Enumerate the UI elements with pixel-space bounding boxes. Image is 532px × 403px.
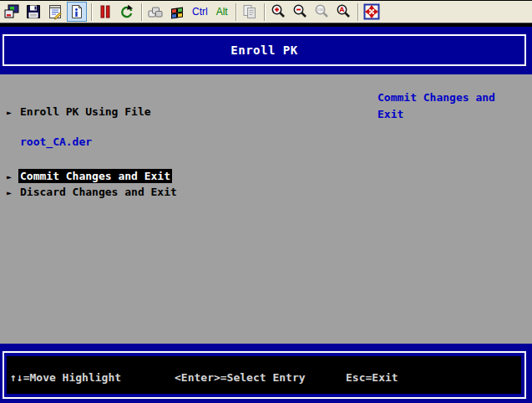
refresh-button[interactable] bbox=[117, 2, 137, 22]
menu-item-commit-changes-and-exit[interactable]: ► Commit Changes and Exit bbox=[0, 169, 367, 183]
options-icon bbox=[47, 3, 63, 20]
menu-item-label: Enroll PK Using File bbox=[20, 105, 151, 119]
item-help-line1: Commit Changes and bbox=[377, 89, 524, 106]
item-help-line2: Exit bbox=[377, 106, 524, 123]
menu-item-label: Discard Changes and Exit bbox=[20, 185, 177, 199]
pause-button[interactable] bbox=[95, 2, 115, 22]
menu-item-enroll-pk-using-file[interactable]: ► Enroll PK Using File bbox=[0, 105, 367, 119]
zoom-auto-icon: A bbox=[335, 3, 352, 20]
alt-toggle-label: Alt bbox=[216, 6, 228, 18]
toolbar-separator bbox=[141, 3, 143, 21]
uefi-header-band: Enroll PK bbox=[0, 27, 532, 74]
zoom-out-icon bbox=[291, 3, 308, 20]
zoom-in-icon bbox=[270, 3, 286, 20]
save-session-button[interactable] bbox=[23, 2, 43, 22]
title-box: Enroll PK bbox=[3, 34, 526, 66]
submenu-arrow-icon: ► bbox=[7, 186, 12, 200]
svg-text:A: A bbox=[339, 6, 344, 13]
ctrl-toggle-label: Ctrl bbox=[192, 6, 208, 18]
keyboard-icon bbox=[147, 3, 164, 20]
floppy-save-icon bbox=[25, 3, 42, 20]
svg-text:100: 100 bbox=[317, 8, 323, 12]
connection-options-button[interactable] bbox=[45, 2, 65, 22]
new-connection-icon bbox=[3, 3, 20, 20]
zoom-out-button[interactable] bbox=[290, 2, 310, 22]
selected-file-row: root_CA.der bbox=[0, 135, 367, 149]
uefi-footer-band: ↑↓=Move Highlight <Enter>=Select Entry E… bbox=[0, 344, 532, 403]
submenu-arrow-icon: ► bbox=[7, 170, 12, 184]
zoom-auto-button[interactable]: A bbox=[333, 2, 353, 22]
menu-item-discard-changes-and-exit[interactable]: ► Discard Changes and Exit bbox=[0, 185, 367, 199]
submenu-arrow-icon: ► bbox=[7, 105, 12, 120]
toolbar-separator bbox=[264, 3, 266, 21]
windows-logo-icon bbox=[169, 3, 185, 20]
toolbar-separator bbox=[236, 3, 237, 21]
hint-move-highlight: ↑↓=Move Highlight bbox=[10, 371, 121, 384]
alt-toggle-button[interactable]: Alt bbox=[213, 2, 231, 22]
send-ctrl-esc-button[interactable] bbox=[167, 2, 187, 22]
uefi-setup-screen: Enroll PK ► Enroll PK Using File root_CA… bbox=[0, 27, 532, 403]
connection-info-button[interactable] bbox=[67, 2, 87, 22]
vnc-toolbar: Ctrl Alt bbox=[0, 0, 532, 23]
pause-icon bbox=[97, 3, 114, 20]
new-connection-button[interactable] bbox=[2, 2, 22, 22]
zoom-100-icon: 100 bbox=[313, 3, 330, 20]
file-transfer-button[interactable] bbox=[240, 2, 260, 22]
hint-esc-exit: Esc=Exit bbox=[346, 371, 398, 384]
fullscreen-icon bbox=[363, 3, 380, 20]
page-title: Enroll PK bbox=[231, 43, 297, 57]
hint-select-entry: <Enter>=Select Entry bbox=[175, 371, 306, 384]
copy-icon bbox=[241, 3, 258, 20]
vnc-viewer-window: Ctrl Alt bbox=[0, 0, 532, 403]
item-help-panel: Commit Changes and Exit bbox=[377, 89, 524, 123]
info-icon bbox=[68, 3, 85, 20]
zoom-100-button[interactable]: 100 bbox=[312, 2, 332, 22]
ctrl-toggle-button[interactable]: Ctrl bbox=[189, 2, 211, 22]
selected-file-value: root_CA.der bbox=[20, 135, 92, 149]
refresh-icon bbox=[119, 3, 135, 20]
full-screen-button[interactable] bbox=[362, 2, 382, 22]
toolbar-separator bbox=[91, 3, 93, 21]
send-ctrl-alt-del-button[interactable] bbox=[145, 2, 165, 22]
zoom-in-button[interactable] bbox=[268, 2, 288, 22]
menu-item-label-highlighted: Commit Changes and Exit bbox=[18, 169, 172, 183]
toolbar-separator bbox=[357, 3, 359, 21]
